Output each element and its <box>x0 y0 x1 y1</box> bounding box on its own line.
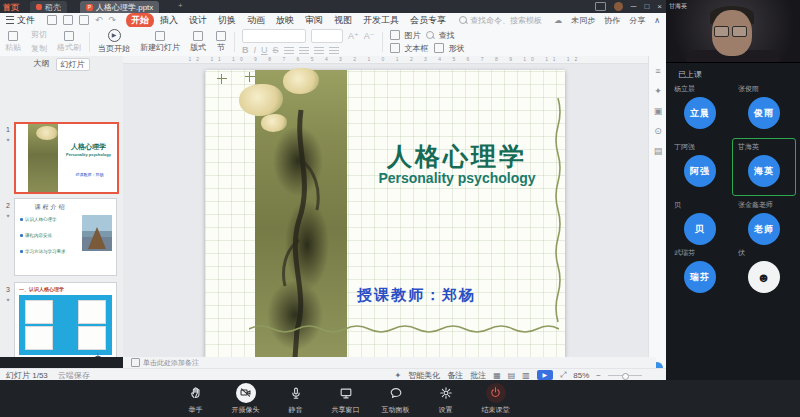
participant-cell[interactable]: 张金鑫老师 老师 <box>738 200 794 254</box>
properties-pane-icon[interactable]: ▣ <box>654 106 663 116</box>
beautify-button[interactable]: 智能美化 <box>408 370 440 381</box>
add-slide-button[interactable]: + <box>95 351 101 357</box>
slide-layout-button[interactable]: 版式 <box>185 31 211 53</box>
tab-animations[interactable]: 动画 <box>242 13 270 28</box>
outline-tab[interactable]: 大纲 <box>34 58 50 71</box>
participant-cell[interactable]: 武瑞芬 瑞芬 <box>674 248 730 302</box>
collaborate-button[interactable]: 协作 <box>604 15 620 26</box>
participant-cell[interactable]: 张俊雨 俊雨 <box>738 84 794 138</box>
horizontal-ruler[interactable]: 12 11 10 9 8 7 6 5 4 3 2 1 0 1 2 3 4 5 6… <box>123 56 648 64</box>
tab-developer[interactable]: 开发工具 <box>358 13 404 28</box>
textbox-button[interactable]: 文本框 <box>405 43 429 54</box>
zoom-slider[interactable] <box>608 375 642 376</box>
find-button[interactable]: 查找 <box>439 30 455 41</box>
mute-button[interactable]: 静音 <box>272 383 319 415</box>
shape-button[interactable]: 形状 <box>449 43 465 54</box>
tab-document[interactable]: P 人格心理学.pptx <box>80 1 159 13</box>
chat-panel-button[interactable]: 互动面板 <box>372 383 419 415</box>
notebook-icon[interactable] <box>595 2 606 11</box>
outline-pane-icon[interactable]: ≡ <box>655 66 660 76</box>
file-menu[interactable]: 文件 <box>0 14 41 27</box>
camera-toggle-button[interactable]: 开摄像头 <box>222 383 269 415</box>
save-icon[interactable] <box>47 15 57 25</box>
tab-home[interactable]: 开始 <box>126 13 154 28</box>
help-pane-icon[interactable]: ⊙ <box>654 126 662 136</box>
slides-tab[interactable]: 幻灯片 <box>56 58 90 71</box>
account-avatar[interactable] <box>614 2 623 11</box>
minimize-button[interactable]: ─ <box>631 1 637 12</box>
format-painter-button[interactable]: 格式刷 <box>52 31 86 53</box>
format-painter-icon <box>64 31 74 41</box>
paste-button[interactable]: 粘贴 <box>0 31 26 53</box>
tab-member[interactable]: 会员专享 <box>405 13 451 28</box>
share-screen-button[interactable]: 共享窗口 <box>322 383 369 415</box>
zoom-out-button[interactable]: − <box>596 371 601 380</box>
tab-transitions[interactable]: 切换 <box>213 13 241 28</box>
tab-view[interactable]: 视图 <box>329 13 357 28</box>
slide-subtitle[interactable]: Personality psychology <box>351 170 563 186</box>
undo-icon[interactable]: ↶ <box>95 15 103 25</box>
font-shrink-button[interactable]: A⁻ <box>364 31 375 41</box>
line-spacing-icon[interactable] <box>329 46 339 54</box>
preview-icon[interactable] <box>79 15 89 25</box>
raise-hand-button[interactable]: 举手 <box>172 383 219 415</box>
font-size-select[interactable] <box>311 29 343 43</box>
participant-cell[interactable]: 丁阿强 阿强 <box>674 142 730 196</box>
align-right-icon[interactable] <box>314 46 324 54</box>
slide-thumbnail-2[interactable]: 课程介绍 认识人格心理学 课程内容安排 学习方法与学习要求 <box>14 198 117 276</box>
notes-toggle[interactable]: 备注 <box>447 370 463 381</box>
participant-cell[interactable]: 贝 贝 <box>674 200 730 254</box>
fit-slide-icon[interactable]: ⤢ <box>560 370 566 380</box>
slide-teacher-text[interactable]: 授课教师：郑杨 <box>357 286 476 305</box>
maximize-button[interactable]: □ <box>644 1 649 12</box>
resource-pane-icon[interactable]: ▤ <box>654 146 663 156</box>
bold-button[interactable]: B <box>242 45 249 55</box>
sync-status[interactable]: 未同步 <box>571 15 595 26</box>
tab-insert[interactable]: 插入 <box>155 13 183 28</box>
participant-cell[interactable]: 杨立晨 立晨 <box>674 84 730 138</box>
slide-thumbnail-1[interactable]: 人格心理学 Personality psychology 授课教师：郑杨 <box>14 122 119 194</box>
underline-button[interactable]: U <box>261 45 268 55</box>
participant-cell[interactable]: 伏 ☻ <box>738 248 794 302</box>
end-class-button[interactable]: 结束课堂 <box>472 383 519 415</box>
strikethrough-button[interactable]: S <box>273 45 279 55</box>
section-button[interactable]: 节 <box>211 31 231 53</box>
print-icon[interactable] <box>63 15 73 25</box>
copy-button[interactable]: 复制 <box>31 43 47 54</box>
webcam-video[interactable]: 甘海英 <box>666 0 800 63</box>
participant-cell-active[interactable]: 甘海英 海英 <box>738 142 794 196</box>
tab-docer[interactable]: 稻壳 <box>30 1 67 13</box>
play-from-current-button[interactable]: ▶ 当页开始 <box>93 29 135 54</box>
font-name-select[interactable] <box>242 29 306 43</box>
tab-review[interactable]: 审阅 <box>300 13 328 28</box>
slide-canvas[interactable]: 人格心理学 Personality psychology 授课教师：郑杨 <box>205 70 565 357</box>
align-left-icon[interactable] <box>284 46 294 54</box>
wps-home-button[interactable]: 首页 <box>3 2 19 13</box>
comments-toggle[interactable]: 批注 <box>470 370 486 381</box>
tab-slideshow[interactable]: 放映 <box>271 13 299 28</box>
new-tab-button[interactable]: + <box>178 1 183 10</box>
zoom-level[interactable]: 85% <box>573 371 589 380</box>
italic-button[interactable]: I <box>254 45 257 55</box>
slide-title[interactable]: 人格心理学 <box>355 140 559 173</box>
zoom-slider-knob[interactable] <box>622 373 629 380</box>
redo-icon[interactable]: ↷ <box>109 15 117 25</box>
new-slide-button[interactable]: 新建幻灯片 <box>135 31 185 53</box>
insert-picture-button[interactable]: 图片 <box>405 30 421 41</box>
slide-sorter-icon[interactable]: ▤ <box>508 371 516 380</box>
share-button[interactable]: 分享 <box>629 15 645 26</box>
normal-view-icon[interactable]: ▦ <box>493 371 501 380</box>
notes-bar[interactable]: 单击此处添加备注 <box>123 357 656 368</box>
reading-view-icon[interactable]: ▥ <box>522 371 530 380</box>
slide-thumbnail-3[interactable]: 一、认识人格心理学 <box>14 282 117 357</box>
command-search[interactable]: 查找命令、搜索模板 <box>459 15 542 26</box>
settings-button[interactable]: 设置 <box>422 383 469 415</box>
tab-design[interactable]: 设计 <box>184 13 212 28</box>
close-button[interactable]: × <box>657 1 662 12</box>
font-grow-button[interactable]: A⁺ <box>348 31 359 41</box>
cut-button[interactable]: 剪切 <box>31 29 47 40</box>
slideshow-play-button[interactable]: ▶ <box>537 370 553 380</box>
collapse-ribbon-icon[interactable]: ∧ <box>654 16 660 25</box>
align-center-icon[interactable] <box>299 46 309 54</box>
beautify-pane-icon[interactable]: ✦ <box>654 86 662 96</box>
